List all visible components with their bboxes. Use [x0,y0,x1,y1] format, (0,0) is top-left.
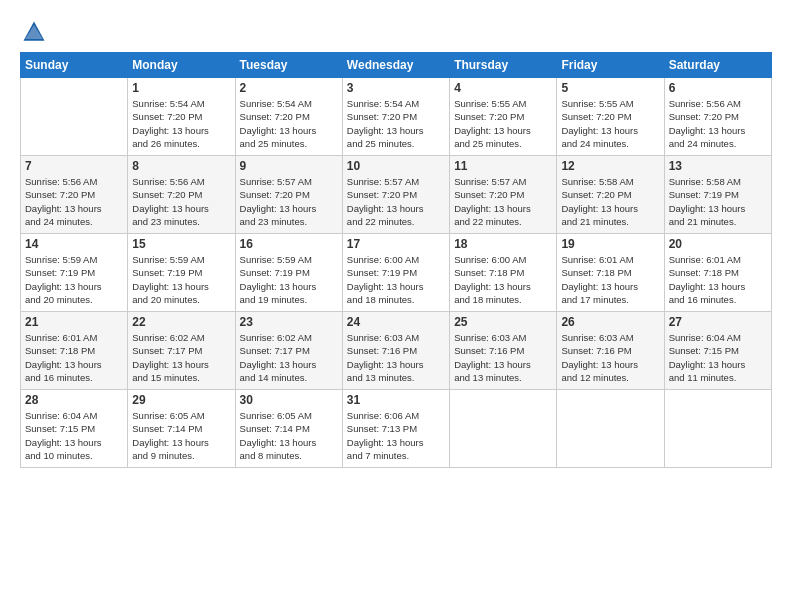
day-number: 11 [454,159,552,173]
week-row-2: 7Sunrise: 5:56 AMSunset: 7:20 PMDaylight… [21,156,772,234]
day-info-line: Sunrise: 6:00 AM [347,253,445,266]
day-number: 25 [454,315,552,329]
calendar-cell [664,390,771,468]
calendar-cell: 28Sunrise: 6:04 AMSunset: 7:15 PMDayligh… [21,390,128,468]
day-info-line: Daylight: 13 hours [132,280,230,293]
day-info-line: Sunset: 7:13 PM [347,422,445,435]
day-number: 21 [25,315,123,329]
day-info-line: Sunrise: 5:58 AM [561,175,659,188]
day-info-line: and 24 minutes. [25,215,123,228]
day-info-line: and 19 minutes. [240,293,338,306]
day-info-line: Sunrise: 6:05 AM [132,409,230,422]
day-info-line: Sunset: 7:19 PM [347,266,445,279]
day-info-line: Daylight: 13 hours [132,202,230,215]
day-info-line: Daylight: 13 hours [669,124,767,137]
day-number: 31 [347,393,445,407]
calendar-cell: 30Sunrise: 6:05 AMSunset: 7:14 PMDayligh… [235,390,342,468]
day-info-line: Sunset: 7:20 PM [347,188,445,201]
day-info-line: Sunrise: 6:03 AM [347,331,445,344]
day-info-line: and 21 minutes. [669,215,767,228]
calendar-cell: 13Sunrise: 5:58 AMSunset: 7:19 PMDayligh… [664,156,771,234]
day-info-line: Sunrise: 5:54 AM [347,97,445,110]
day-info-line: Sunset: 7:20 PM [454,188,552,201]
day-info-line: Daylight: 13 hours [347,202,445,215]
day-info-line: and 14 minutes. [240,371,338,384]
day-number: 29 [132,393,230,407]
day-number: 4 [454,81,552,95]
day-info-line: Sunrise: 5:56 AM [132,175,230,188]
day-info-line: Sunrise: 5:57 AM [240,175,338,188]
day-info-line: and 24 minutes. [561,137,659,150]
calendar-cell: 14Sunrise: 5:59 AMSunset: 7:19 PMDayligh… [21,234,128,312]
week-row-3: 14Sunrise: 5:59 AMSunset: 7:19 PMDayligh… [21,234,772,312]
day-info-line: Daylight: 13 hours [25,436,123,449]
day-info-line: Sunset: 7:18 PM [561,266,659,279]
day-info-line: Sunrise: 5:56 AM [669,97,767,110]
day-info-line: and 25 minutes. [240,137,338,150]
day-number: 28 [25,393,123,407]
day-info-line: Sunset: 7:20 PM [347,110,445,123]
day-info-line: Daylight: 13 hours [132,358,230,371]
day-info-line: Sunrise: 6:04 AM [669,331,767,344]
day-info-line: Daylight: 13 hours [240,124,338,137]
header-cell-sunday: Sunday [21,53,128,78]
week-row-4: 21Sunrise: 6:01 AMSunset: 7:18 PMDayligh… [21,312,772,390]
day-info-line: Sunset: 7:20 PM [561,110,659,123]
calendar-cell: 25Sunrise: 6:03 AMSunset: 7:16 PMDayligh… [450,312,557,390]
day-number: 5 [561,81,659,95]
day-number: 7 [25,159,123,173]
day-info-line: and 22 minutes. [454,215,552,228]
calendar-cell: 2Sunrise: 5:54 AMSunset: 7:20 PMDaylight… [235,78,342,156]
day-number: 19 [561,237,659,251]
day-info-line: Sunset: 7:17 PM [132,344,230,357]
calendar-cell: 26Sunrise: 6:03 AMSunset: 7:16 PMDayligh… [557,312,664,390]
day-info-line: Sunrise: 5:58 AM [669,175,767,188]
day-info-line: Sunset: 7:19 PM [25,266,123,279]
calendar-table: SundayMondayTuesdayWednesdayThursdayFrid… [20,52,772,468]
day-number: 18 [454,237,552,251]
day-number: 14 [25,237,123,251]
day-info-line: Sunset: 7:18 PM [25,344,123,357]
day-number: 12 [561,159,659,173]
day-info-line: Sunset: 7:15 PM [25,422,123,435]
day-info-line: Daylight: 13 hours [669,358,767,371]
day-info-line: Daylight: 13 hours [25,202,123,215]
header-cell-wednesday: Wednesday [342,53,449,78]
calendar-header: SundayMondayTuesdayWednesdayThursdayFrid… [21,53,772,78]
day-info-line: Sunset: 7:14 PM [240,422,338,435]
day-info-line: Sunset: 7:20 PM [240,188,338,201]
day-info-line: Sunrise: 6:04 AM [25,409,123,422]
day-info-line: Sunset: 7:20 PM [132,110,230,123]
day-info-line: and 16 minutes. [669,293,767,306]
day-info-line: Sunrise: 6:00 AM [454,253,552,266]
day-info-line: and 25 minutes. [454,137,552,150]
day-number: 15 [132,237,230,251]
day-info-line: Daylight: 13 hours [240,280,338,293]
calendar-cell [557,390,664,468]
day-info-line: and 8 minutes. [240,449,338,462]
logo [20,18,52,46]
calendar-cell: 3Sunrise: 5:54 AMSunset: 7:20 PMDaylight… [342,78,449,156]
day-number: 26 [561,315,659,329]
day-info-line: Daylight: 13 hours [561,202,659,215]
calendar-cell: 7Sunrise: 5:56 AMSunset: 7:20 PMDaylight… [21,156,128,234]
day-info-line: and 26 minutes. [132,137,230,150]
day-info-line: Sunset: 7:20 PM [25,188,123,201]
day-info-line: Daylight: 13 hours [347,436,445,449]
day-info-line: Daylight: 13 hours [454,202,552,215]
calendar-cell: 20Sunrise: 6:01 AMSunset: 7:18 PMDayligh… [664,234,771,312]
day-info-line: Sunset: 7:19 PM [132,266,230,279]
calendar-cell: 5Sunrise: 5:55 AMSunset: 7:20 PMDaylight… [557,78,664,156]
day-info-line: Sunset: 7:19 PM [669,188,767,201]
calendar-cell: 6Sunrise: 5:56 AMSunset: 7:20 PMDaylight… [664,78,771,156]
day-info-line: Sunrise: 5:54 AM [132,97,230,110]
day-info-line: Sunrise: 6:01 AM [25,331,123,344]
day-info-line: and 20 minutes. [132,293,230,306]
day-info-line: and 25 minutes. [347,137,445,150]
day-number: 22 [132,315,230,329]
calendar-cell: 22Sunrise: 6:02 AMSunset: 7:17 PMDayligh… [128,312,235,390]
day-info-line: and 18 minutes. [347,293,445,306]
day-info-line: and 16 minutes. [25,371,123,384]
day-info-line: Sunrise: 5:59 AM [25,253,123,266]
day-info-line: and 11 minutes. [669,371,767,384]
